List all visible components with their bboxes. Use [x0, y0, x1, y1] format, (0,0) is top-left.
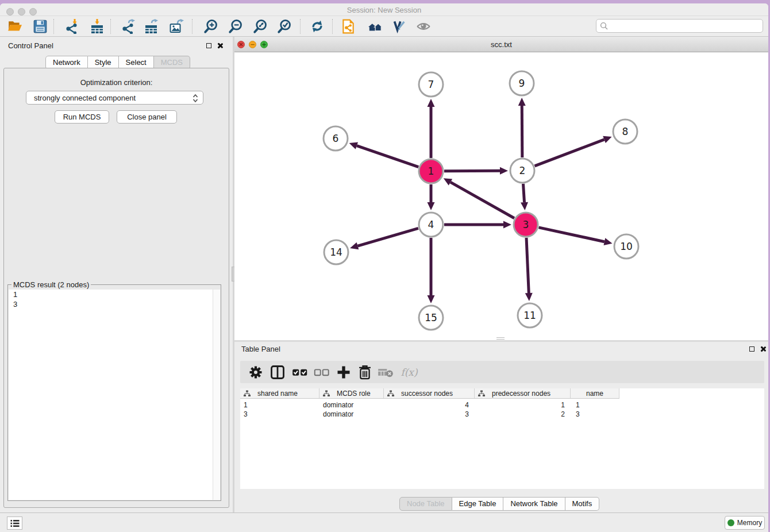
open-session-button[interactable]	[7, 18, 23, 34]
cell-mcds-role[interactable]: dominator	[319, 410, 384, 419]
table-header: shared name MCDS role successor nodes	[240, 388, 619, 399]
tab-node-table[interactable]: Node Table	[399, 497, 452, 511]
graph-edge-3-11[interactable]	[525, 238, 533, 301]
result-item[interactable]: 3	[9, 299, 220, 309]
cell-shared-name[interactable]: 3	[240, 410, 319, 419]
select-all-button[interactable]	[292, 364, 308, 380]
import-table-button[interactable]	[89, 18, 105, 34]
delete-table-icon	[378, 364, 394, 380]
run-mcds-label: Run MCDS	[63, 113, 101, 121]
apply-layout-button[interactable]	[367, 18, 383, 34]
cell-predecessor-nodes[interactable]: 2	[475, 410, 571, 419]
graph-edge-1-2[interactable]	[444, 167, 508, 175]
col-mcds-role[interactable]: MCDS role	[319, 388, 384, 398]
cell-predecessor-nodes[interactable]: 1	[475, 400, 571, 410]
memory-button[interactable]: Memory	[725, 516, 765, 530]
save-session-button[interactable]	[32, 18, 48, 34]
delete-table-button[interactable]	[378, 364, 394, 380]
svg-text:4: 4	[428, 219, 434, 230]
network-resize-grip[interactable]	[496, 337, 505, 340]
zoom-out-icon	[228, 19, 243, 34]
graph-edge-1-4[interactable]	[428, 184, 435, 210]
zoom-selected-button[interactable]	[276, 18, 292, 34]
mcds-tab-content: Optimization criterion: strongly connect…	[3, 68, 229, 508]
graph-node-1[interactable]: 1	[419, 159, 443, 183]
import-network-button[interactable]	[64, 18, 80, 34]
table-close-icon[interactable]	[760, 346, 766, 352]
tab-network-table[interactable]: Network Table	[503, 497, 565, 511]
table-settings-button[interactable]	[248, 364, 264, 380]
col-successor-nodes[interactable]: successor nodes	[384, 388, 475, 398]
network-view-titlebar[interactable]: ✕ − + scc.txt	[234, 37, 768, 52]
table-row[interactable]: 1 dominator 4 1 1	[240, 400, 619, 410]
zoom-in-button[interactable]	[203, 18, 219, 34]
toolbar-separator	[300, 19, 301, 34]
zoom-out-button[interactable]	[228, 18, 244, 34]
table-float-icon[interactable]	[749, 346, 754, 352]
mcds-result-list[interactable]: 1 3	[9, 290, 220, 500]
export-table-button[interactable]	[143, 18, 159, 34]
cell-name[interactable]: 3	[571, 410, 619, 419]
refresh-button[interactable]	[309, 18, 325, 34]
col-shared-name[interactable]: shared name	[240, 388, 319, 398]
control-panel-title: Control Panel	[8, 41, 53, 50]
col-predecessor-nodes[interactable]: predecessor nodes	[475, 388, 571, 398]
graph-edge-4-14[interactable]	[350, 228, 418, 249]
graph-node-7[interactable]: 7	[419, 72, 443, 97]
show-hide-button[interactable]	[415, 18, 432, 34]
graph-edge-4-15[interactable]	[428, 238, 435, 303]
cell-mcds-role[interactable]: dominator	[319, 400, 384, 410]
graph-node-9[interactable]: 9	[510, 71, 534, 95]
export-image-button[interactable]	[168, 18, 184, 34]
split-view-button[interactable]	[270, 364, 286, 380]
graph-edge-3-1[interactable]	[444, 178, 514, 218]
graph-edge-2-9[interactable]	[518, 98, 526, 157]
graph-node-10[interactable]: 10	[614, 234, 638, 259]
graph-edge-2-3[interactable]	[521, 184, 528, 210]
export-network-button[interactable]	[120, 18, 136, 34]
search-input[interactable]	[596, 19, 763, 33]
apply-style-button[interactable]	[390, 18, 406, 34]
cell-successor-nodes[interactable]: 4	[384, 400, 475, 410]
graph-node-4[interactable]: 4	[419, 213, 443, 237]
result-scrollbar[interactable]	[213, 290, 220, 500]
hierarchy-icon	[387, 390, 394, 397]
result-item[interactable]: 1	[9, 290, 220, 299]
cell-successor-nodes[interactable]: 3	[384, 410, 475, 419]
task-history-button[interactable]	[7, 516, 22, 530]
col-label: shared name	[257, 390, 298, 398]
add-column-button[interactable]	[336, 364, 352, 380]
col-name[interactable]: name	[571, 388, 619, 398]
graph-edge-3-10[interactable]	[538, 228, 612, 245]
graph-node-15[interactable]: 15	[419, 306, 443, 330]
table-toolbar: f(x)	[240, 361, 764, 383]
svg-text:9: 9	[519, 78, 525, 89]
deselect-all-button[interactable]	[314, 364, 330, 380]
cell-name[interactable]: 1	[571, 400, 619, 410]
network-canvas[interactable]: 7968124314101511	[234, 52, 768, 340]
graph-node-8[interactable]: 8	[613, 119, 637, 144]
hierarchy-icon	[323, 390, 330, 397]
tab-motifs[interactable]: Motifs	[565, 497, 600, 511]
function-builder-button[interactable]: f(x)	[399, 364, 419, 380]
graph-edge-1-6[interactable]	[349, 142, 419, 167]
cell-shared-name[interactable]: 1	[240, 400, 319, 410]
graph-edge-2-8[interactable]	[535, 136, 612, 166]
delete-column-button[interactable]	[357, 364, 373, 380]
graph-node-14[interactable]: 14	[324, 240, 348, 264]
zoom-fit-button[interactable]	[252, 18, 268, 34]
graph-edge-1-7[interactable]	[428, 99, 435, 158]
tab-edge-table[interactable]: Edge Table	[452, 497, 504, 511]
graph-edge-4-3[interactable]	[444, 221, 511, 229]
graph-node-6[interactable]: 6	[324, 126, 348, 151]
graph-node-11[interactable]: 11	[518, 303, 542, 327]
graph-node-2[interactable]: 2	[510, 159, 534, 183]
float-panel-icon[interactable]	[206, 43, 211, 48]
new-network-from-selection-button[interactable]	[340, 18, 356, 34]
close-panel-icon[interactable]	[217, 43, 223, 49]
run-mcds-button[interactable]: Run MCDS	[55, 110, 109, 124]
close-panel-button[interactable]: Close panel	[117, 110, 177, 124]
graph-node-3[interactable]: 3	[514, 213, 538, 237]
table-row[interactable]: 3 dominator 3 2 3	[240, 410, 619, 419]
criterion-dropdown[interactable]: strongly connected component	[26, 91, 203, 105]
